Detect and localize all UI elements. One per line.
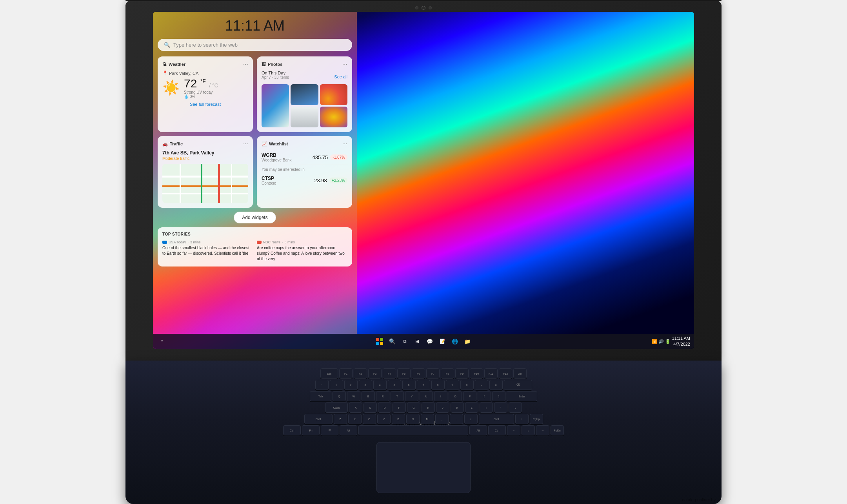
taskbar-clock[interactable]: 11:11 AM 4/7/2022 — [672, 335, 690, 348]
key-i[interactable]: I — [434, 391, 447, 401]
touchpad[interactable] — [376, 442, 471, 493]
key-f12[interactable]: F12 — [499, 368, 512, 379]
key-quote[interactable]: ' — [494, 402, 507, 413]
key-r[interactable]: R — [376, 391, 389, 401]
key-q[interactable]: Q — [333, 391, 346, 401]
key-left[interactable]: ← — [507, 425, 520, 435]
key-ctrl-right[interactable]: Ctrl — [488, 425, 506, 435]
key-e[interactable]: E — [362, 391, 375, 401]
key-comma[interactable]: , — [435, 414, 449, 424]
key-tab[interactable]: Tab — [310, 391, 331, 401]
key-alt-right[interactable]: Alt — [469, 425, 487, 435]
key-f9[interactable]: F9 — [455, 368, 469, 379]
key-esc[interactable]: Esc — [320, 368, 338, 379]
weather-forecast-link[interactable]: See full forecast — [162, 102, 248, 107]
story-item-2[interactable]: NBC News · 5 mins Are coffee naps the an… — [257, 240, 347, 262]
key-f5[interactable]: F5 — [397, 368, 411, 379]
key-backspace[interactable]: ⌫ — [504, 380, 532, 390]
search-bar[interactable]: 🔍 Type here to search the web — [158, 39, 352, 51]
key-pgdn[interactable]: PgDn — [551, 425, 564, 435]
key-right[interactable]: → — [536, 425, 549, 435]
key-g[interactable]: G — [407, 402, 420, 413]
key-3[interactable]: 3 — [359, 380, 372, 390]
key-d[interactable]: D — [378, 402, 391, 413]
key-f4[interactable]: F4 — [383, 368, 396, 379]
key-slash[interactable]: / — [464, 414, 478, 424]
key-del[interactable]: Del — [513, 368, 527, 379]
key-j[interactable]: J — [436, 402, 449, 413]
key-capslock[interactable]: Caps — [325, 402, 348, 413]
key-p[interactable]: P — [463, 391, 476, 401]
key-ctrl-left[interactable]: Ctrl — [283, 425, 301, 435]
key-pgup[interactable]: PgUp — [530, 414, 543, 424]
taskbar-explorer-button[interactable]: 📁 — [462, 336, 473, 346]
key-equals[interactable]: = — [489, 380, 503, 390]
taskbar-search-button[interactable]: 🔍 — [387, 336, 397, 346]
photos-see-all-link[interactable]: See all — [334, 74, 347, 79]
key-shift-right[interactable]: Shift — [479, 414, 514, 424]
key-f6[interactable]: F6 — [412, 368, 425, 379]
key-f7[interactable]: F7 — [426, 368, 440, 379]
key-lbracket[interactable]: [ — [478, 391, 491, 401]
key-f1[interactable]: F1 — [339, 368, 353, 379]
key-f8[interactable]: F8 — [441, 368, 454, 379]
key-alt-left[interactable]: Alt — [340, 425, 357, 435]
key-l[interactable]: L — [465, 402, 478, 413]
key-y[interactable]: Y — [405, 391, 418, 401]
key-down[interactable]: ↓ — [522, 425, 535, 435]
key-fn[interactable]: Fn — [302, 425, 320, 435]
key-0[interactable]: 0 — [460, 380, 474, 390]
key-rbracket[interactable]: ] — [492, 391, 505, 401]
key-f2[interactable]: F2 — [354, 368, 367, 379]
key-backtick[interactable]: ` — [315, 380, 329, 390]
widgets-panel[interactable]: 11:11 AM 🔍 Type here to search the web 🌤 — [153, 12, 357, 334]
watchlist-more-button[interactable]: ··· — [342, 141, 347, 147]
key-9[interactable]: 9 — [446, 380, 459, 390]
story-item-1[interactable]: USA Today · 3 mins One of the smallest b… — [162, 240, 253, 262]
key-8[interactable]: 8 — [431, 380, 445, 390]
key-semicolon[interactable]: ; — [480, 402, 493, 413]
taskbar-edge-button[interactable]: 🌐 — [450, 336, 460, 346]
key-shift-left[interactable]: Shift — [304, 414, 333, 424]
key-z[interactable]: Z — [334, 414, 347, 424]
add-widgets-button[interactable]: Add widgets — [234, 212, 276, 223]
key-backslash[interactable]: \ — [509, 402, 522, 413]
windows-start-button[interactable] — [374, 336, 385, 346]
photos-more-button[interactable]: ··· — [342, 61, 347, 67]
taskbar-chat-button[interactable]: 💬 — [425, 336, 435, 346]
watchlist-widget[interactable]: 📈 Watchlist ··· WGRB Woodgrove Bank — [257, 136, 352, 208]
key-f[interactable]: F — [393, 402, 406, 413]
key-7[interactable]: 7 — [417, 380, 430, 390]
key-f11[interactable]: F11 — [484, 368, 498, 379]
weather-widget[interactable]: 🌤 Weather ··· 📍 Park Valley, CA ☀️ — [158, 56, 253, 132]
key-f10[interactable]: F10 — [470, 368, 483, 379]
photos-widget[interactable]: 🖼 Photos ··· On This Day Apr 7 · 33 item… — [257, 56, 352, 132]
key-t[interactable]: T — [391, 391, 404, 401]
key-up[interactable]: ↑ — [515, 414, 529, 424]
key-s[interactable]: S — [364, 402, 377, 413]
key-a[interactable]: A — [349, 402, 362, 413]
taskbar-chevron-icon[interactable]: ^ — [157, 336, 167, 346]
key-k[interactable]: K — [451, 402, 464, 413]
key-5[interactable]: 5 — [388, 380, 401, 390]
key-6[interactable]: 6 — [402, 380, 416, 390]
key-space[interactable] — [358, 425, 468, 435]
key-enter[interactable]: Enter — [507, 391, 537, 401]
key-f3[interactable]: F3 — [368, 368, 382, 379]
key-w[interactable]: W — [347, 391, 360, 401]
taskbar-widgets-button[interactable]: ⊞ — [412, 336, 422, 346]
key-win[interactable]: ⊞ — [321, 425, 338, 435]
taskbar-notes-button[interactable]: 📝 — [437, 336, 447, 346]
key-period[interactable]: . — [450, 414, 463, 424]
key-4[interactable]: 4 — [373, 380, 387, 390]
taskbar-taskview-button[interactable]: ⧉ — [400, 336, 410, 346]
key-v[interactable]: V — [377, 414, 391, 424]
key-o[interactable]: O — [449, 391, 462, 401]
traffic-more-button[interactable]: ··· — [243, 141, 248, 147]
key-m[interactable]: M — [421, 414, 434, 424]
key-2[interactable]: 2 — [344, 380, 358, 390]
key-minus[interactable]: - — [475, 380, 488, 390]
key-1[interactable]: 1 — [330, 380, 343, 390]
key-u[interactable]: U — [420, 391, 433, 401]
weather-more-button[interactable]: ··· — [243, 61, 248, 67]
